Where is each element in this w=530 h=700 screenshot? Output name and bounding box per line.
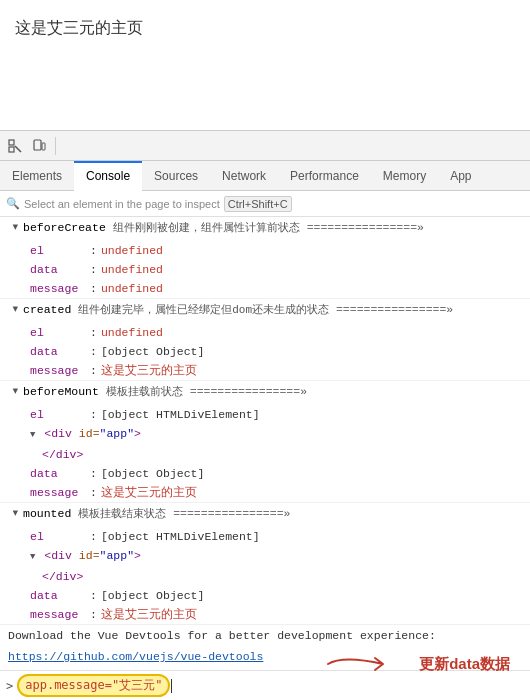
prop-data-3: data : [object Object]: [0, 464, 530, 483]
prop-el-4: el : [object HTMLDivElement]: [0, 527, 530, 546]
inspect-bar-placeholder: Select an element in the page to inspect: [24, 198, 220, 210]
inspect-bar-cursor-icon: 🔍: [6, 197, 20, 210]
devtools-tabs: Elements Console Sources Network Perform…: [0, 161, 530, 191]
tab-performance[interactable]: Performance: [278, 161, 371, 190]
prop-el-1: el : undefined: [0, 241, 530, 260]
page-content: 这是艾三元的主页: [0, 0, 530, 130]
devtools-toolbar: [0, 131, 530, 161]
prop-message-3: message : 这是艾三元的主页: [0, 483, 530, 502]
device-toggle-icon[interactable]: [28, 135, 50, 157]
prop-el-2: el : undefined: [0, 323, 530, 342]
inspect-element-icon[interactable]: [4, 135, 26, 157]
log-group-mounted: ▶ mounted 模板挂载结束状态 ================» el …: [0, 503, 530, 625]
lifecycle-created[interactable]: ▶ created 组件创建完毕，属性已经绑定但dom还未生成的状态 =====…: [0, 299, 530, 323]
lifecycle-beforemount[interactable]: ▶ beforeMount 模板挂载前状态 ================»: [0, 381, 530, 405]
expand-arrow-beforemount: ▶: [6, 389, 23, 401]
prop-message-2: message : 这是艾三元的主页: [0, 361, 530, 380]
svg-rect-1: [9, 147, 14, 152]
prop-el-3: el : [object HTMLDivElement]: [0, 405, 530, 424]
console-input-highlight: app.message="艾三元": [17, 674, 170, 697]
prop-data-2: data : [object Object]: [0, 342, 530, 361]
console-prompt: >: [6, 679, 13, 693]
log-group-beforemount: ▶ beforeMount 模板挂载前状态 ================» …: [0, 381, 530, 503]
annotation-text: 更新data数据: [419, 655, 510, 674]
toolbar-separator: [55, 137, 56, 155]
console-cursor: [171, 679, 172, 693]
svg-rect-0: [9, 140, 14, 145]
log-group-beforecreate: ▶ beforeCreate 组件刚刚被创建，组件属性计算前状态 =======…: [0, 217, 530, 299]
html-expand-2[interactable]: ▼ <div id="app">: [0, 546, 530, 567]
devtools-panel: Elements Console Sources Network Perform…: [0, 130, 530, 700]
tab-console[interactable]: Console: [74, 161, 142, 191]
html-expand-1[interactable]: ▼ <div id="app">: [0, 424, 530, 445]
page-title: 这是艾三元的主页: [15, 18, 515, 39]
tab-elements[interactable]: Elements: [0, 161, 74, 190]
svg-rect-2: [34, 140, 41, 150]
tab-network[interactable]: Network: [210, 161, 278, 190]
inspect-bar: 🔍 Select an element in the page to inspe…: [0, 191, 530, 217]
html-close-1: </div>: [0, 445, 530, 464]
tab-app[interactable]: App: [438, 161, 483, 190]
tab-sources[interactable]: Sources: [142, 161, 210, 190]
log-group-created: ▶ created 组件创建完毕，属性已经绑定但dom还未生成的状态 =====…: [0, 299, 530, 381]
expand-arrow-created: ▶: [6, 307, 23, 319]
prop-data-1: data : undefined: [0, 260, 530, 279]
expand-arrow: ▶: [6, 225, 23, 237]
devtools-link[interactable]: https://github.com/vuejs/vue-devtools: [8, 650, 263, 663]
expand-arrow-mounted: ▶: [6, 511, 23, 523]
lifecycle-beforecreate[interactable]: ▶ beforeCreate 组件刚刚被创建，组件属性计算前状态 =======…: [0, 217, 530, 241]
prop-message-1: message : undefined: [0, 279, 530, 298]
console-input-value: app.message="艾三元": [25, 677, 162, 694]
tab-memory[interactable]: Memory: [371, 161, 438, 190]
inspect-bar-shortcut: Ctrl+Shift+C: [224, 196, 292, 212]
download-line: Download the Vue Devtools for a better d…: [0, 625, 530, 646]
console-output: ▶ beforeCreate 组件刚刚被创建，组件属性计算前状态 =======…: [0, 217, 530, 670]
annotation-area: 更新data数据: [323, 650, 510, 678]
annotation-arrow-svg: [323, 650, 413, 678]
html-close-2: </div>: [0, 567, 530, 586]
prop-data-4: data : [object Object]: [0, 586, 530, 605]
svg-rect-3: [42, 143, 45, 150]
prop-message-4: message : 这是艾三元的主页: [0, 605, 530, 624]
lifecycle-mounted[interactable]: ▶ mounted 模板挂载结束状态 ================»: [0, 503, 530, 527]
